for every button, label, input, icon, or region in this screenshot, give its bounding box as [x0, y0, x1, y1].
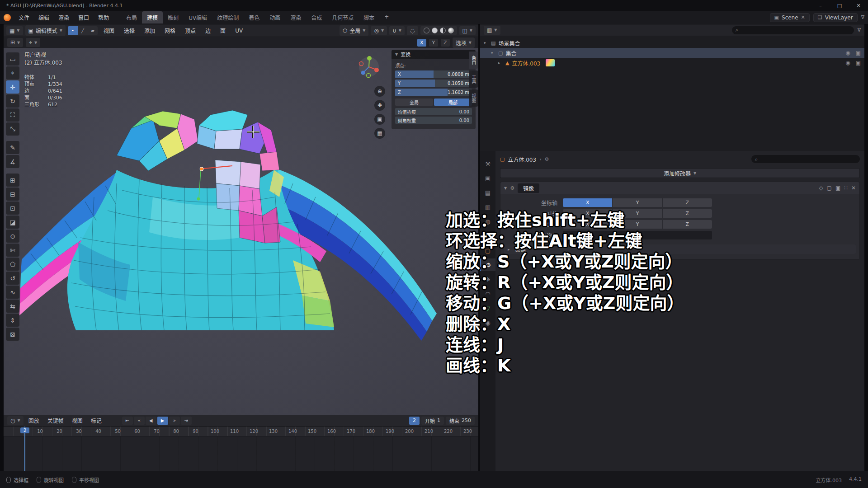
bevel-tool[interactable]: ◪	[6, 216, 19, 229]
outliner-row-cube-003[interactable]: ▸ ▲ 立方体.003 ◉ ▣	[480, 58, 864, 68]
options-dropdown[interactable]: 选项▼	[453, 38, 475, 48]
editor-type-dropdown[interactable]: ▦▼	[6, 26, 23, 35]
box-select-tool[interactable]: ▭	[6, 52, 19, 66]
toggle-grid-icon[interactable]: ▦	[374, 128, 385, 139]
mirror-axis-z-button[interactable]: Z	[663, 198, 712, 207]
snap-dropdown[interactable]: ∪▼	[389, 26, 405, 35]
hide-eye-icon[interactable]: ◉	[845, 60, 850, 66]
knife-tool[interactable]: ✄	[6, 244, 19, 257]
marker-menu[interactable]: 标记	[88, 415, 105, 426]
edit-mode-display-icon[interactable]: ◇	[819, 185, 823, 191]
timeline-view-menu[interactable]: 视图	[69, 415, 86, 426]
mirror-x-toggle[interactable]: X	[417, 39, 426, 47]
tab-tool[interactable]: 工具	[469, 70, 478, 88]
prev-keyframe-button[interactable]: «	[134, 417, 145, 425]
vertex-y-field[interactable]: Y0.1050 m	[395, 80, 472, 87]
tab-compositing[interactable]: 合成	[306, 11, 327, 23]
timeline-ruler[interactable]: 10 20 30 40 50 60 70 80 90 100 110 120 1…	[4, 427, 478, 436]
rip-region-tool[interactable]: ⊠	[6, 328, 19, 341]
play-reverse-button[interactable]: ◀	[146, 417, 156, 425]
expand-arrow-icon[interactable]: ▾	[491, 51, 495, 55]
playback-menu[interactable]: 回放	[25, 415, 42, 426]
expand-arrow-icon[interactable]: ▸	[498, 61, 503, 65]
local-coords-button[interactable]: 局部	[434, 99, 472, 106]
add-cube-tool[interactable]: ⊞	[6, 174, 19, 187]
minimize-button[interactable]: –	[811, 0, 830, 11]
window-menu[interactable]: 窗口	[74, 12, 93, 23]
proportional-edit-button[interactable]: ◌	[407, 26, 418, 35]
mirror-y-toggle[interactable]: Y	[429, 39, 438, 47]
outliner-row-collection[interactable]: ▾ ▢ 集合 ◉ ▣	[480, 48, 864, 58]
smooth-tool[interactable]: ∿	[6, 286, 19, 299]
breadcrumb-object-name[interactable]: 立方体.003	[508, 155, 536, 163]
close-button[interactable]: ✕	[849, 0, 868, 11]
add-workspace-button[interactable]: +	[379, 11, 394, 23]
collapse-arrow-icon[interactable]: ▼	[504, 186, 507, 190]
tab-rendering[interactable]: 渲染	[285, 11, 306, 23]
filter-funnel-icon[interactable]: ∇	[858, 27, 861, 33]
current-frame-field[interactable]: 2	[409, 417, 420, 425]
frame-start-field[interactable]: 开始1	[421, 417, 444, 425]
rendered-shading-button[interactable]	[448, 28, 454, 33]
edit-menu[interactable]: 编辑	[34, 12, 53, 23]
poly-build-tool[interactable]: ⬠	[6, 258, 19, 271]
add-modifier-button[interactable]: 添加修改器 ▼	[500, 168, 860, 178]
global-coords-button[interactable]: 全局	[395, 99, 433, 106]
mean-crease-field[interactable]: 均值折痕0.00	[395, 108, 472, 115]
current-frame-badge[interactable]: 2	[20, 427, 29, 433]
viewlayer-selector[interactable]: ❏ ViewLayer	[813, 13, 858, 22]
cursor-tool[interactable]: ⌖	[6, 66, 19, 80]
edge-slide-tool[interactable]: ⇆	[6, 300, 19, 313]
zoom-icon[interactable]: ⊕	[374, 86, 385, 97]
tool-options-dropdown[interactable]: ⌖▼	[26, 38, 40, 47]
view-menu[interactable]: 视图	[100, 25, 118, 36]
frame-end-field[interactable]: 结束250	[446, 417, 475, 425]
timeline-editor-type-dropdown[interactable]: ◷▼	[7, 416, 24, 425]
output-tab-icon[interactable]: ▤	[480, 186, 495, 199]
scene-unlink-icon[interactable]: ✕	[801, 14, 805, 20]
viewlayer-filter-icon[interactable]: ∇	[861, 14, 864, 20]
realtime-display-icon[interactable]: ▢	[827, 185, 832, 191]
extras-menu-icon[interactable]: ∷	[844, 185, 848, 191]
mirror-axis-y-button[interactable]: Y	[613, 198, 662, 207]
overlays-dropdown[interactable]: ◫▼	[459, 26, 476, 35]
tab-layout[interactable]: 布局	[121, 11, 142, 23]
tab-uv-editing[interactable]: UV编辑	[184, 11, 212, 23]
tab-shading[interactable]: 着色	[244, 11, 264, 23]
tab-texture-paint[interactable]: 纹理绘制	[212, 11, 244, 23]
select-menu[interactable]: 选择	[120, 25, 138, 36]
keying-menu[interactable]: 关键帧	[44, 415, 67, 426]
render-display-icon[interactable]: ▣	[835, 185, 840, 191]
annotate-tool[interactable]: ✎	[6, 141, 19, 154]
tab-animation[interactable]: 动画	[264, 11, 285, 23]
edge-menu[interactable]: 边	[202, 25, 214, 36]
vertex-select-button[interactable]: •	[68, 26, 78, 35]
vertex-x-field[interactable]: X0.0808 m	[395, 70, 472, 78]
maximize-button[interactable]: □	[830, 0, 849, 11]
tab-scripting[interactable]: 脚本	[359, 11, 379, 23]
disable-render-icon[interactable]: ▣	[856, 60, 861, 66]
wireframe-shading-button[interactable]	[424, 28, 429, 33]
render-tab-icon[interactable]: ▣	[480, 172, 495, 184]
shrink-fatten-tool[interactable]: ⇕	[6, 314, 19, 327]
loop-cut-tool[interactable]: ⊜	[6, 230, 19, 243]
tab-modeling[interactable]: 建模	[142, 11, 163, 23]
modifier-name-field[interactable]: 镜像	[518, 183, 539, 193]
play-button[interactable]: ▶	[157, 417, 168, 425]
hide-eye-icon[interactable]: ◉	[845, 50, 850, 56]
outliner-row-scene-collection[interactable]: ▾ ▤ 场景集合	[480, 38, 864, 48]
mirror-axis-x-button[interactable]: X	[563, 198, 613, 207]
spin-tool[interactable]: ↺	[6, 272, 19, 285]
face-menu[interactable]: 面	[217, 25, 229, 36]
uv-menu[interactable]: UV	[231, 26, 246, 36]
transform-tool[interactable]: ⤡	[6, 122, 19, 136]
solid-shading-button[interactable]	[432, 28, 438, 33]
file-menu[interactable]: 文件	[14, 12, 33, 23]
scale-tool[interactable]: ⛶	[6, 108, 19, 122]
3d-viewport[interactable]: ▭ ⌖ ✛ ↻ ⛶ ⤡ ✎ ∡ ⊞ ⊟ ⊡ ◪ ⊜ ✄ ⬠ ↺ ∿ ⇆ ⇕ ⊠ …	[4, 48, 478, 415]
bevel-weight-field[interactable]: 倒角权重0.00	[395, 117, 472, 124]
tab-geometry-nodes[interactable]: 几何节点	[327, 11, 359, 23]
outliner-editor-type-dropdown[interactable]: ▥▼	[484, 26, 500, 35]
rotate-tool[interactable]: ↻	[6, 94, 19, 108]
delete-modifier-icon[interactable]: ✕	[851, 185, 856, 191]
